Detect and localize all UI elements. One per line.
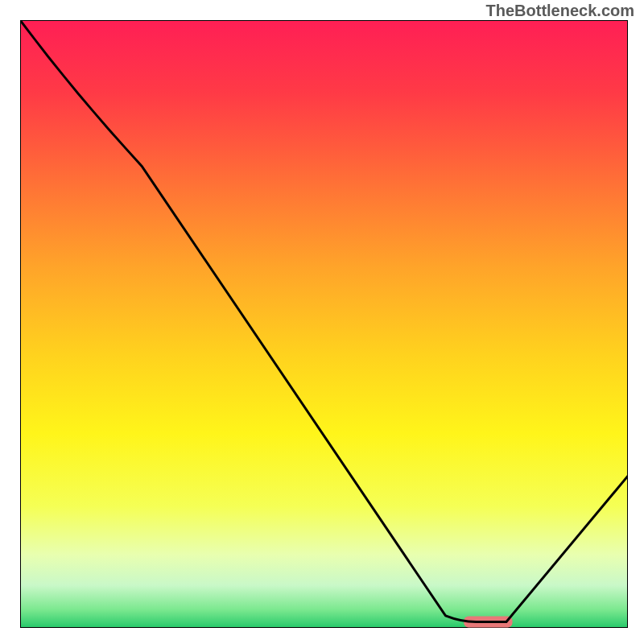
chart-svg xyxy=(20,20,628,628)
gradient-background xyxy=(20,20,628,628)
chart-area xyxy=(20,20,628,628)
watermark-text: TheBottleneck.com xyxy=(486,2,634,20)
